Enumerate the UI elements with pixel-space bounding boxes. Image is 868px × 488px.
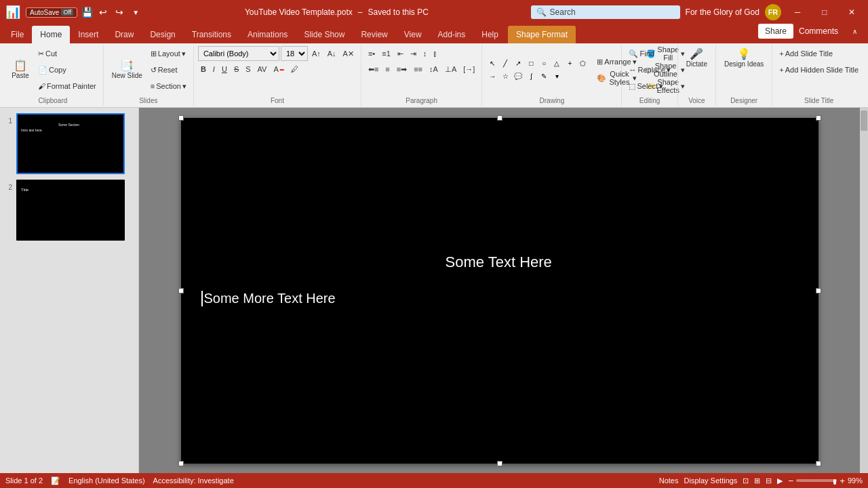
shadow-button[interactable]: S bbox=[243, 62, 253, 77]
copy-button[interactable]: 📄 Copy bbox=[35, 62, 99, 77]
view-slideshow-icon[interactable]: ▶ bbox=[777, 476, 783, 485]
align-left-button[interactable]: ⬅≡ bbox=[366, 62, 381, 77]
handle-top-left[interactable] bbox=[178, 115, 184, 121]
zoom-slider-thumb[interactable] bbox=[833, 479, 836, 485]
tab-draw[interactable]: Draw bbox=[106, 26, 142, 43]
layout-button[interactable]: ⊞ Layout▾ bbox=[148, 46, 189, 61]
char-spacing-button[interactable]: AV bbox=[255, 62, 270, 77]
clear-formatting-button[interactable]: A✕ bbox=[340, 46, 357, 61]
line-shape-btn[interactable]: ╱ bbox=[499, 58, 511, 70]
bold-button[interactable]: B bbox=[198, 62, 209, 77]
profile-avatar[interactable]: FR bbox=[765, 4, 781, 20]
strikethrough-button[interactable]: S bbox=[231, 62, 241, 77]
reset-button[interactable]: ↺ Reset bbox=[148, 62, 189, 77]
paste-button[interactable]: 📋 Paste bbox=[7, 58, 34, 82]
ribbon-collapse-button[interactable]: ∧ bbox=[844, 19, 865, 43]
handle-bottom-center[interactable] bbox=[497, 461, 502, 466]
slide-preview-1[interactable]: Intro text here Some Section bbox=[16, 113, 125, 174]
slide-thumb-1[interactable]: 1 Intro text here Some Section bbox=[3, 113, 136, 174]
undo-button[interactable]: ↩ bbox=[96, 5, 110, 19]
callout-shape-btn[interactable]: 💬 bbox=[512, 70, 524, 83]
slide-canvas[interactable]: Some Text Here Some More Text Here bbox=[181, 118, 818, 464]
view-normal-icon[interactable]: ⊡ bbox=[743, 476, 749, 485]
slide-panel[interactable]: 1 Intro text here Some Section 2 Title bbox=[0, 108, 139, 473]
right-scrollbar[interactable] bbox=[860, 108, 868, 473]
more-commands-button[interactable]: ▼ bbox=[129, 5, 142, 19]
justify-button[interactable]: ≡≡ bbox=[411, 62, 425, 77]
find-button[interactable]: 🔍 Find bbox=[626, 46, 673, 61]
tab-shape-format[interactable]: Shape Format bbox=[508, 26, 576, 43]
decrease-font-button[interactable]: A↓ bbox=[325, 46, 339, 61]
arrow2-shape-btn[interactable]: → bbox=[486, 70, 498, 83]
curve-shape-btn[interactable]: ∫ bbox=[525, 70, 537, 83]
highlight-button[interactable]: 🖊 bbox=[288, 62, 301, 77]
handle-bottom-left[interactable] bbox=[178, 461, 184, 466]
select-button[interactable]: ⬚ Select▾ bbox=[626, 79, 673, 94]
design-ideas-button[interactable]: 💡 Design Ideas bbox=[720, 46, 768, 70]
tri-shape-btn[interactable]: △ bbox=[551, 58, 563, 70]
bullets-button[interactable]: ≡• bbox=[366, 46, 378, 61]
more-shapes-btn[interactable]: ▾ bbox=[551, 70, 563, 83]
dictate-button[interactable]: 🎤 Dictate bbox=[682, 46, 711, 70]
italic-button[interactable]: I bbox=[210, 62, 218, 77]
handle-middle-right[interactable] bbox=[816, 288, 821, 293]
columns-button[interactable]: ⫿ bbox=[431, 46, 440, 61]
oval-shape-btn[interactable]: ○ bbox=[538, 58, 550, 70]
tab-design[interactable]: Design bbox=[142, 26, 183, 43]
scroll-thumb[interactable] bbox=[861, 110, 867, 131]
tab-help[interactable]: Help bbox=[473, 26, 507, 43]
align-text-button[interactable]: ⊥A bbox=[442, 62, 459, 77]
section-button[interactable]: ≡ Section▾ bbox=[148, 79, 189, 94]
font-size-select[interactable]: 18 bbox=[281, 46, 308, 61]
plus-shape-btn[interactable]: + bbox=[564, 58, 576, 70]
tab-home[interactable]: Home bbox=[32, 26, 70, 43]
add-hidden-slide-title-button[interactable]: + Add Hidden Slide Title bbox=[776, 62, 861, 77]
tab-insert[interactable]: Insert bbox=[70, 26, 106, 43]
redo-button[interactable]: ↪ bbox=[113, 5, 126, 19]
cut-button[interactable]: ✂ Cut bbox=[35, 46, 99, 61]
increase-font-button[interactable]: A↑ bbox=[309, 46, 323, 61]
handle-top-center[interactable] bbox=[497, 115, 502, 121]
underline-button[interactable]: U bbox=[219, 62, 230, 77]
handle-top-right[interactable] bbox=[816, 115, 821, 121]
autosave-badge[interactable]: AutoSave Off bbox=[26, 7, 77, 18]
display-settings-button[interactable]: Display Settings bbox=[684, 476, 738, 485]
notes-button[interactable]: Notes bbox=[659, 476, 679, 485]
new-slide-button[interactable]: 📑 New Slide bbox=[108, 58, 146, 82]
penta-shape-btn[interactable]: ⬠ bbox=[576, 58, 589, 70]
view-slide-sorter-icon[interactable]: ⊞ bbox=[754, 476, 760, 485]
zoom-out-button[interactable]: − bbox=[788, 476, 793, 486]
view-reading-icon[interactable]: ⊟ bbox=[766, 476, 772, 485]
format-painter-button[interactable]: 🖌 Format Painter bbox=[35, 79, 99, 94]
tab-view[interactable]: View bbox=[396, 26, 430, 43]
align-right-button[interactable]: ≡➡ bbox=[394, 62, 410, 77]
numbering-button[interactable]: ≡1 bbox=[379, 46, 393, 61]
increase-indent-button[interactable]: ⇥ bbox=[408, 46, 419, 61]
handle-bottom-right[interactable] bbox=[816, 461, 821, 466]
smartart-button[interactable]: [→] bbox=[460, 62, 477, 77]
font-color-button[interactable]: A▬ bbox=[271, 62, 286, 77]
tab-transitions[interactable]: Transitions bbox=[184, 26, 239, 43]
handle-middle-left[interactable] bbox=[178, 288, 184, 293]
arrow-shape-btn[interactable]: ↗ bbox=[512, 58, 524, 70]
rect-shape-btn[interactable]: □ bbox=[525, 58, 537, 70]
slide-preview-2[interactable]: Title bbox=[16, 180, 125, 241]
tab-slide-show[interactable]: Slide Show bbox=[296, 26, 353, 43]
text-box-1[interactable]: Some Text Here bbox=[446, 253, 552, 271]
line-spacing-button[interactable]: ↕ bbox=[420, 46, 430, 61]
text-direction-button[interactable]: ↕A bbox=[427, 62, 441, 77]
search-bar[interactable]: 🔍 Search bbox=[531, 5, 680, 19]
save-button[interactable]: 💾 bbox=[80, 5, 94, 19]
zoom-in-button[interactable]: + bbox=[840, 476, 845, 486]
font-name-select[interactable]: Calibri (Body) bbox=[198, 46, 279, 61]
zoom-slider[interactable] bbox=[796, 479, 837, 482]
tab-animations[interactable]: Animations bbox=[239, 26, 296, 43]
decrease-indent-button[interactable]: ⇤ bbox=[395, 46, 406, 61]
replace-button[interactable]: ↔ Replace▾ bbox=[626, 62, 673, 77]
accessibility-label[interactable]: Accessibility: Investigate bbox=[153, 476, 234, 485]
add-slide-title-button[interactable]: + Add Slide Title bbox=[776, 46, 861, 61]
freeform-shape-btn[interactable]: ✎ bbox=[538, 70, 550, 83]
tab-review[interactable]: Review bbox=[353, 26, 395, 43]
tab-add-ins[interactable]: Add-ins bbox=[430, 26, 474, 43]
slide-thumb-2[interactable]: 2 Title bbox=[3, 180, 136, 241]
